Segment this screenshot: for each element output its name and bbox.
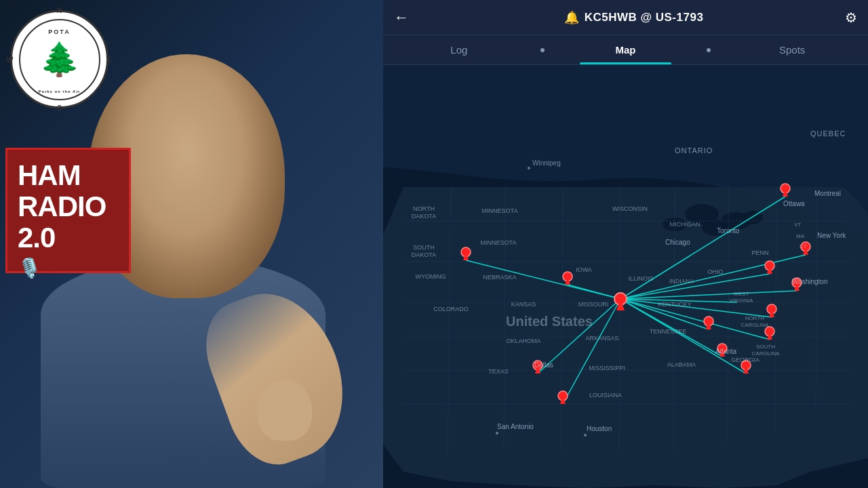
svg-text:COLORADO: COLORADO (433, 306, 469, 312)
badge-line1: HAM (18, 160, 119, 191)
svg-text:ALABAMA: ALABAMA (667, 361, 696, 368)
svg-text:Chicago: Chicago (665, 239, 690, 246)
svg-text:LOUISIANA: LOUISIANA (589, 392, 622, 399)
pota-tree-icon: 🌲 (39, 43, 80, 76)
tab-separator-2 (707, 48, 711, 52)
svg-point-109 (584, 434, 587, 436)
svg-text:OKLAHOMA: OKLAHOMA (506, 338, 540, 344)
svg-text:SOUTH: SOUTH (413, 244, 435, 251)
svg-text:Houston: Houston (587, 425, 612, 432)
back-button[interactable]: ← (394, 9, 409, 26)
compass-n: N (57, 7, 62, 14)
svg-text:WISCONSIN: WISCONSIN (612, 205, 648, 212)
svg-text:MISSISSIPPI: MISSISSIPPI (589, 365, 625, 371)
badge-line3: 2.0 (18, 222, 119, 253)
svg-text:INDIANA: INDIANA (669, 278, 694, 285)
svg-text:MINNESOTA: MINNESOTA (481, 239, 517, 246)
nav-tabs: Log Map Spots (383, 35, 868, 65)
pota-label: POTA (48, 28, 70, 35)
compass-s: S (57, 104, 62, 112)
svg-text:WEST: WEST (733, 291, 749, 297)
svg-text:OHIO: OHIO (707, 268, 723, 275)
tab-map[interactable]: Map (550, 35, 702, 64)
svg-text:Dallas: Dallas (534, 361, 553, 369)
svg-text:WYOMING: WYOMING (416, 273, 446, 280)
microphone-icon: 🎙️ (18, 257, 119, 279)
pota-logo: N S E W POTA 🌲 Parks on the Air (10, 10, 108, 108)
svg-text:Ottawa: Ottawa (783, 200, 805, 207)
svg-text:MICHIGAN: MICHIGAN (670, 221, 701, 228)
svg-text:KENTUCKY: KENTUCKY (658, 301, 691, 308)
app-panel: ← 🔔 KC5HWB @ US-1793 ⚙ Log Map Spots (383, 0, 868, 488)
svg-text:NORTH: NORTH (745, 315, 765, 321)
badge-text: HAM RADIO 2.0 (18, 160, 119, 254)
svg-text:IOWA: IOWA (576, 266, 592, 273)
compass-e: E (107, 56, 112, 63)
header-center: 🔔 KC5HWB @ US-1793 (422, 10, 845, 25)
settings-icon[interactable]: ⚙ (845, 9, 857, 26)
svg-text:San Antonio: San Antonio (497, 423, 534, 430)
svg-text:TENNESSEE: TENNESSEE (650, 328, 687, 335)
svg-text:NEBRASKA: NEBRASKA (483, 274, 516, 281)
svg-text:NORTH: NORTH (413, 205, 435, 212)
svg-text:QUEBEC: QUEBEC (810, 129, 846, 138)
tab-spots[interactable]: Spots (716, 35, 868, 64)
svg-text:New York: New York (817, 232, 846, 239)
svg-text:Montreal: Montreal (814, 190, 841, 197)
pota-subtitle: Parks on the Air (39, 89, 81, 94)
svg-text:MA: MA (796, 233, 805, 239)
callsign-label: KC5HWB @ US-1793 (585, 11, 704, 24)
bell-icon: 🔔 (564, 10, 579, 25)
svg-text:VT: VT (794, 222, 801, 228)
svg-text:KANSAS: KANSAS (511, 301, 536, 308)
svg-text:DAKOTA: DAKOTA (412, 251, 436, 258)
svg-text:ARKANSAS: ARKANSAS (585, 335, 618, 342)
svg-text:Atlanta: Atlanta (715, 348, 737, 355)
thumbs-up-hand (258, 380, 312, 441)
svg-text:GEORGIA: GEORGIA (731, 357, 760, 363)
tab-log[interactable]: Log (383, 35, 535, 64)
tab-separator-1 (540, 48, 545, 52)
svg-text:ONTARIO: ONTARIO (675, 146, 713, 155)
svg-text:TEXAS: TEXAS (488, 368, 509, 375)
svg-text:United States: United States (506, 314, 593, 329)
svg-text:Toronto: Toronto (717, 227, 740, 235)
svg-text:DAKOTA: DAKOTA (412, 213, 436, 220)
svg-text:Winnipeg: Winnipeg (532, 159, 561, 167)
svg-text:ILLINOIS: ILLINOIS (628, 275, 653, 282)
left-panel: N S E W POTA 🌲 Parks on the Air HAM RADI… (0, 0, 383, 488)
svg-text:MINNESOTA: MINNESOTA (482, 207, 518, 214)
svg-text:SOUTH: SOUTH (756, 344, 775, 350)
svg-text:PENN: PENN (751, 249, 768, 256)
map-area[interactable]: ONTARIO QUEBEC Winnipeg NORTH DAKOTA MIN… (383, 65, 868, 488)
svg-text:MISSOURI: MISSOURI (578, 301, 609, 308)
svg-text:Washington: Washington (792, 278, 827, 285)
app-header: ← 🔔 KC5HWB @ US-1793 ⚙ (383, 0, 868, 35)
svg-text:CAROLINA: CAROLINA (752, 350, 781, 357)
svg-point-111 (496, 432, 498, 434)
svg-text:CAROLINA: CAROLINA (741, 322, 770, 328)
compass-w: W (7, 56, 13, 63)
map-svg: ONTARIO QUEBEC Winnipeg NORTH DAKOTA MIN… (383, 65, 868, 488)
svg-text:VIRGINIA: VIRGINIA (729, 298, 753, 304)
ham-radio-badge: HAM RADIO 2.0 🎙️ (5, 148, 131, 273)
svg-text:CT: CT (800, 243, 807, 249)
svg-point-66 (528, 167, 530, 169)
badge-line2: RADIO (18, 191, 119, 222)
